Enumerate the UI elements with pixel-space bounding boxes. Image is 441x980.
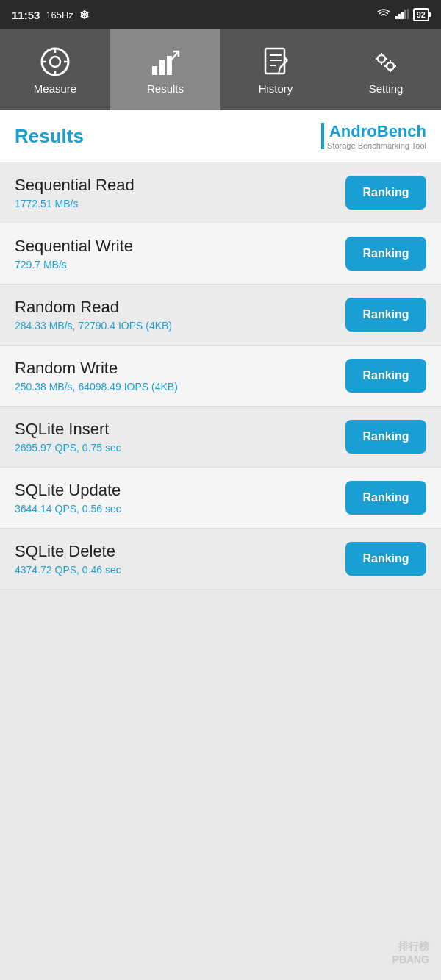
ranking-btn-random-read[interactable]: Ranking xyxy=(345,298,426,332)
tab-history-label: History xyxy=(259,82,293,95)
result-list: Sequential Read 1772.51 MB/s Ranking Seq… xyxy=(0,162,441,590)
results-header: Results AndroBench Storage Benchmarking … xyxy=(0,110,441,162)
svg-rect-11 xyxy=(152,66,157,75)
svg-point-23 xyxy=(387,62,394,70)
result-row-sequential-write: Sequential Write 729.7 MB/s Ranking xyxy=(0,223,441,285)
status-time: 11:53 xyxy=(12,9,40,21)
result-name-sequential-read: Sequential Read xyxy=(15,176,135,195)
watermark: 排行榜 PBANG xyxy=(392,940,429,965)
result-row-sqlite-insert: SQLite Insert 2695.97 QPS, 0.75 sec Rank… xyxy=(0,407,441,468)
svg-rect-2 xyxy=(401,12,404,19)
status-bar: 11:53 165Hz ❄ 92 xyxy=(0,0,441,29)
tab-measure[interactable]: Measure xyxy=(0,29,110,110)
status-right: 92 xyxy=(376,8,429,21)
history-icon xyxy=(259,46,292,78)
fan-icon: ❄ xyxy=(79,8,89,22)
watermark-line1: 排行榜 xyxy=(392,940,429,954)
tab-results-label: Results xyxy=(147,82,184,95)
result-info-sequential-read: Sequential Read 1772.51 MB/s xyxy=(15,176,135,210)
watermark-line2: PBANG xyxy=(392,954,429,965)
result-name-sequential-write: Sequential Write xyxy=(15,237,133,256)
logo-bar xyxy=(321,123,324,149)
ranking-btn-sqlite-insert[interactable]: Ranking xyxy=(345,420,426,454)
ranking-btn-sequential-write[interactable]: Ranking xyxy=(345,237,426,271)
svg-rect-0 xyxy=(395,16,398,19)
wifi-icon xyxy=(376,9,391,21)
measure-icon xyxy=(39,46,71,78)
result-value-sqlite-delete: 4374.72 QPS, 0.46 sec xyxy=(15,564,121,576)
result-name-sqlite-insert: SQLite Insert xyxy=(15,420,121,439)
result-value-random-write: 250.38 MB/s, 64098.49 IOPS (4KB) xyxy=(15,381,178,393)
result-name-random-read: Random Read xyxy=(15,298,172,317)
result-row-random-write: Random Write 250.38 MB/s, 64098.49 IOPS … xyxy=(0,346,441,407)
logo-sub: Storage Benchmarking Tool xyxy=(327,141,426,150)
status-hz: 165Hz xyxy=(46,10,74,21)
tab-measure-label: Measure xyxy=(34,82,76,95)
result-value-sqlite-insert: 2695.97 QPS, 0.75 sec xyxy=(15,442,121,454)
result-row-sqlite-delete: SQLite Delete 4374.72 QPS, 0.46 sec Rank… xyxy=(0,529,441,590)
nav-tabs: Measure Results History xyxy=(0,29,441,110)
logo-text-andro: Andro xyxy=(329,122,377,140)
result-row-sqlite-update: SQLite Update 3644.14 QPS, 0.56 sec Rank… xyxy=(0,468,441,529)
ranking-btn-random-write[interactable]: Ranking xyxy=(345,359,426,393)
result-value-sequential-write: 729.7 MB/s xyxy=(15,259,133,271)
logo-text-bench: Bench xyxy=(377,122,426,140)
tab-history[interactable]: History xyxy=(220,29,331,110)
setting-icon xyxy=(370,46,402,78)
result-info-sequential-write: Sequential Write 729.7 MB/s xyxy=(15,237,133,271)
ranking-btn-sqlite-delete[interactable]: Ranking xyxy=(345,542,426,576)
empty-area xyxy=(0,590,441,884)
result-value-random-read: 284.33 MB/s, 72790.4 IOPS (4KB) xyxy=(15,320,172,332)
result-row-random-read: Random Read 284.33 MB/s, 72790.4 IOPS (4… xyxy=(0,285,441,346)
result-info-sqlite-insert: SQLite Insert 2695.97 QPS, 0.75 sec xyxy=(15,420,121,454)
svg-rect-12 xyxy=(159,60,165,75)
logo-text: AndroBench xyxy=(327,122,426,141)
tab-setting-label: Setting xyxy=(369,82,404,95)
results-title: Results xyxy=(15,125,84,148)
tab-results[interactable]: Results xyxy=(110,29,220,110)
brand-logo: AndroBench Storage Benchmarking Tool xyxy=(321,122,426,150)
result-info-sqlite-update: SQLite Update 3644.14 QPS, 0.56 sec xyxy=(15,481,121,515)
result-info-sqlite-delete: SQLite Delete 4374.72 QPS, 0.46 sec xyxy=(15,542,121,576)
tab-setting[interactable]: Setting xyxy=(331,29,441,110)
svg-rect-3 xyxy=(404,10,406,19)
ranking-btn-sequential-read[interactable]: Ranking xyxy=(345,176,426,210)
result-name-sqlite-delete: SQLite Delete xyxy=(15,542,121,561)
svg-point-22 xyxy=(378,55,385,62)
status-left: 11:53 165Hz ❄ xyxy=(12,8,89,22)
svg-rect-1 xyxy=(398,14,401,19)
result-name-random-write: Random Write xyxy=(15,359,178,378)
results-icon xyxy=(149,46,182,78)
svg-point-6 xyxy=(50,57,60,67)
result-value-sqlite-update: 3644.14 QPS, 0.56 sec xyxy=(15,503,121,515)
result-info-random-write: Random Write 250.38 MB/s, 64098.49 IOPS … xyxy=(15,359,178,393)
result-info-random-read: Random Read 284.33 MB/s, 72790.4 IOPS (4… xyxy=(15,298,172,332)
signal-icon xyxy=(395,9,409,21)
result-value-sequential-read: 1772.51 MB/s xyxy=(15,198,135,210)
battery-icon: 92 xyxy=(413,8,429,21)
ranking-btn-sqlite-update[interactable]: Ranking xyxy=(345,481,426,515)
result-name-sqlite-update: SQLite Update xyxy=(15,481,121,500)
result-row-sequential-read: Sequential Read 1772.51 MB/s Ranking xyxy=(0,162,441,223)
svg-rect-4 xyxy=(407,9,409,19)
